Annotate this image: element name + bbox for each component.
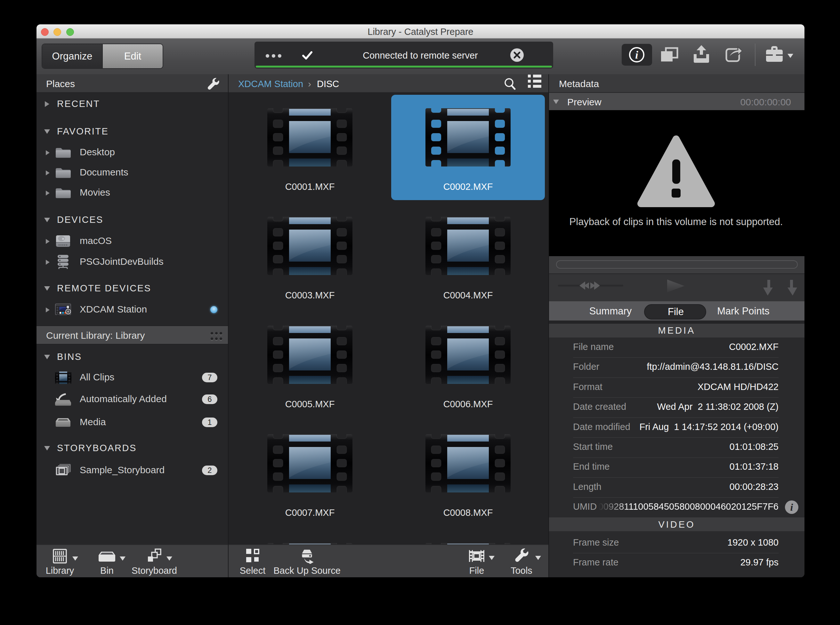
svg-text:i: i	[635, 49, 638, 61]
svg-text:i: i	[790, 501, 793, 513]
